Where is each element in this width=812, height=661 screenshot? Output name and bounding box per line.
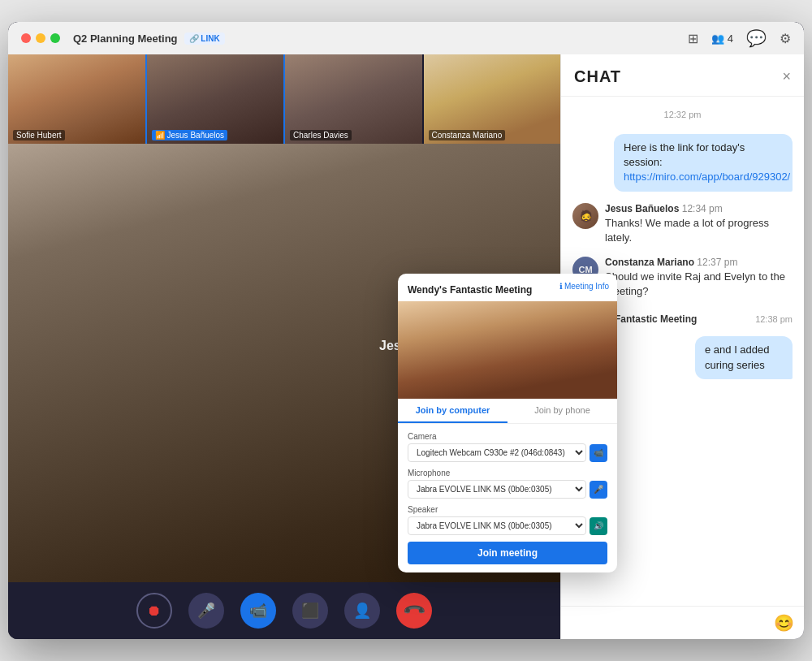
tab-join-computer[interactable]: Join by computer [398,399,508,423]
thumbnail-label-constanza: Constanza Mariano [429,130,506,140]
camera-icon: 📹 [249,602,267,620]
participants-icon: 👥 [711,32,724,45]
camera-select-wrapper: Logitech Webcam C930e #2 (046d:0843) [408,443,586,462]
microphone-group: Microphone Jabra EVOLVE LINK MS (0b0e:03… [408,469,607,499]
speaker-select-row: Jabra EVOLVE LINK MS (0b0e:0305) 🔊 [408,516,607,535]
avatar-jesus-img: 🧔 [579,210,593,222]
window-title: Q2 Planning Meeting [73,32,178,45]
sender-constanza: Constanza Mariano [605,257,694,268]
microphone-select-wrapper: Jabra EVOLVE LINK MS (0b0e:0305) [408,480,586,499]
thumbnail-label-charles: Charles Davies [290,130,352,140]
partial-message-bubble: e and I added curing series [695,336,793,378]
microphone-select[interactable]: Jabra EVOLVE LINK MS (0b0e:0305) [408,480,586,499]
screen-share-icon: ⬛ [301,602,319,620]
speaker-label: Speaker [408,505,607,514]
microphone-select-row: Jabra EVOLVE LINK MS (0b0e:0305) 🎤 [408,480,607,499]
camera-select[interactable]: Logitech Webcam C930e #2 (046d:0843) [408,443,586,462]
thumbnail-label-jesus: 📶 Jesus Bañuelos [152,130,228,140]
grid-icon[interactable]: ⊞ [688,31,698,46]
controls-bar: ⏺ 🎤 📹 ⬛ 👤 📞 [8,582,560,639]
emoji-button[interactable]: 😊 [774,613,794,633]
timestamp-1232: 12:32 pm [572,110,793,119]
mic-icon: 📶 [155,131,165,140]
thumbnail-charles[interactable]: Charles Davies [285,54,422,144]
wendy-video [398,301,617,399]
minimize-traffic-light[interactable] [36,33,45,43]
camera-label: Camera [408,432,607,441]
chat-icon[interactable]: 💬 [746,28,767,48]
speaker-toggle-button[interactable]: 🔊 [590,517,607,535]
app-window: Q2 Planning Meeting 🔗 LINK ⊞ 👥 4 💬 ⚙ Sof… [8,22,804,639]
join-dialog-header: Wendy's Fantastic Meeting ℹ Meeting Info [398,274,617,301]
chat-title: CHAT [574,67,621,86]
camera-group: Camera Logitech Webcam C930e #2 (046d:08… [408,432,607,462]
timestamp-1238: 12:38 pm [755,314,793,324]
microphone-toggle-button[interactable]: 🎤 [590,481,607,499]
camera-button[interactable]: 📹 [240,593,276,629]
chat-bottom: 😊 [561,606,804,639]
chat-header: CHAT × [561,54,804,97]
avatar-jesus: 🧔 [572,203,598,229]
message-link-bubble: Here is the link for today's session: ht… [614,134,793,192]
message-content-constanza: Constanza Mariano 12:37 pm Should we inv… [605,257,793,299]
message-text-jesus: Thanks! We made a lot of progress lately… [605,216,793,245]
message-meta-jesus: Jesus Bañuelos 12:34 pm [605,203,793,214]
hangup-button[interactable]: 📞 [389,585,439,636]
time-jesus: 12:34 pm [682,203,723,214]
title-bar-controls: ⊞ 👥 4 💬 ⚙ [688,28,791,48]
mute-button[interactable]: 🎤 [188,593,224,629]
screen-share-button[interactable]: ⬛ [292,593,328,629]
thumbnail-constanza[interactable]: Constanza Mariano [424,54,561,144]
camera-toggle-button[interactable]: 📹 [590,444,607,462]
message-text-constanza: Should we invite Raj and Evelyn to the m… [605,270,793,299]
sender-jesus: Jesus Bañuelos [605,203,679,214]
settings-icon[interactable]: ⚙ [780,31,791,46]
chat-close-button[interactable]: × [782,68,791,85]
miro-link[interactable]: https://miro.com/app/board/929302/ [624,171,790,183]
join-form: Camera Logitech Webcam C930e #2 (046d:08… [398,424,617,572]
join-dialog-video [398,301,617,399]
microphone-label: Microphone [408,469,607,477]
message-meta-constanza: Constanza Mariano 12:37 pm [605,257,793,268]
traffic-lights [21,33,60,43]
speaker-select[interactable]: Jabra EVOLVE LINK MS (0b0e:0305) [408,516,586,535]
message-row-jesus: 🧔 Jesus Bañuelos 12:34 pm Thanks! We mad… [572,203,793,245]
speaker-group: Speaker Jabra EVOLVE LINK MS (0b0e:0305)… [408,505,607,535]
join-dialog-tabs: Join by computer Join by phone [398,399,617,424]
info-icon: ℹ [559,282,563,291]
thumbnail-label-sofie: Sofie Hubert [13,130,65,140]
camera-select-row: Logitech Webcam C930e #2 (046d:0843) 📹 [408,443,607,462]
thumbnail-sofie[interactable]: Sofie Hubert [8,54,145,144]
participants-count: 4 [728,32,733,45]
record-button[interactable]: ⏺ [136,593,172,629]
message-content-jesus: Jesus Bañuelos 12:34 pm Thanks! We made … [605,203,793,245]
tab-join-phone[interactable]: Join by phone [508,399,617,423]
record-icon: ⏺ [147,603,162,620]
join-meeting-button[interactable]: Join meeting [408,542,607,564]
thumbnail-jesus[interactable]: 📶 Jesus Bañuelos [147,54,284,144]
participants-badge[interactable]: 👥 4 [711,32,733,45]
meeting-info-label[interactable]: ℹ Meeting Info [559,282,609,291]
join-dialog-title: Wendy's Fantastic Meeting [408,284,532,296]
speaker-select-wrapper: Jabra EVOLVE LINK MS (0b0e:0305) [408,516,586,535]
link-badge[interactable]: 🔗 LINK [184,32,225,45]
invite-button[interactable]: 👤 [344,593,380,629]
partial-bubble-container: e and I added curing series [695,336,793,378]
time-constanza: 12:37 pm [697,257,737,268]
invite-icon: 👤 [353,602,371,620]
mute-icon: 🎤 [197,602,215,620]
title-bar: Q2 Planning Meeting 🔗 LINK ⊞ 👥 4 💬 ⚙ [8,22,804,54]
join-dialog: Wendy's Fantastic Meeting ℹ Meeting Info… [398,274,617,572]
hangup-icon: 📞 [401,598,426,623]
maximize-traffic-light[interactable] [50,33,60,43]
thumbnails-row: Sofie Hubert 📶 Jesus Bañuelos Charles Da… [8,54,560,144]
close-traffic-light[interactable] [21,33,31,43]
